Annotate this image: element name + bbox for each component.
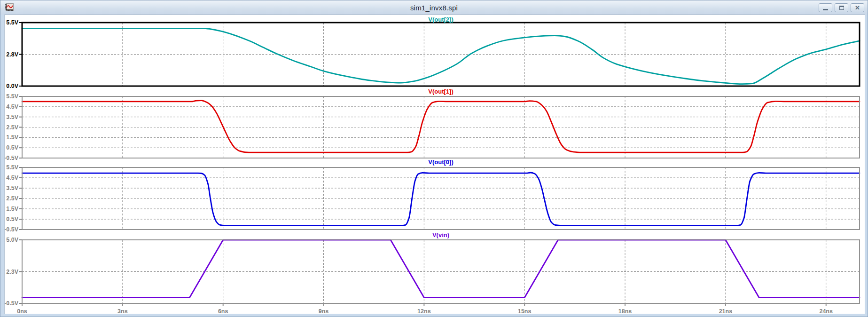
y-tick-label: 4.5V bbox=[6, 174, 18, 181]
y-tick-label: 2.5V bbox=[6, 195, 18, 202]
y-tick-label: 1.5V bbox=[6, 134, 18, 141]
pane-2[interactable]: 5.5V4.5V3.5V2.5V1.5V0.5V-0.5V bbox=[5, 164, 860, 233]
x-tick-label: 6ns bbox=[218, 308, 228, 314]
x-tick-label: 9ns bbox=[319, 308, 329, 314]
y-tick-label: 4.5V bbox=[6, 103, 18, 110]
pane-1[interactable]: 5.5V4.5V3.5V2.5V1.5V0.5V-0.5V bbox=[5, 93, 860, 161]
pane-title[interactable]: V(vin) bbox=[432, 231, 449, 238]
window-controls: ✕ bbox=[819, 3, 864, 12]
y-tick-label: 5.5V bbox=[6, 164, 18, 171]
pane-3[interactable]: 5.0V2.3V-0.5V bbox=[5, 237, 860, 307]
y-tick-label: 3.5V bbox=[6, 185, 18, 191]
y-tick-label: 0.0V bbox=[6, 83, 18, 89]
minimize-button[interactable] bbox=[819, 3, 832, 12]
close-icon: ✕ bbox=[855, 5, 860, 11]
x-tick-label: 0ns bbox=[17, 308, 27, 314]
pane-title[interactable]: V(out[2]) bbox=[428, 16, 453, 23]
window-title: sim1_invx8.spi bbox=[0, 0, 868, 15]
x-tick-label: 15ns bbox=[518, 308, 532, 314]
y-tick-label: 3.5V bbox=[6, 114, 18, 120]
close-button[interactable]: ✕ bbox=[851, 3, 864, 12]
restore-icon bbox=[839, 6, 844, 10]
y-tick-label: -0.5V bbox=[5, 300, 19, 307]
y-tick-label: -0.5V bbox=[5, 155, 19, 161]
y-tick-label: 2.3V bbox=[6, 269, 18, 275]
pane-title[interactable]: V(out[1]) bbox=[428, 88, 453, 95]
x-tick-label: 21ns bbox=[719, 308, 733, 314]
plot-client-area[interactable]: 5.5V2.8V0.0VV(out[2])5.5V4.5V3.5V2.5V1.5… bbox=[4, 15, 865, 314]
y-tick-label: 0.5V bbox=[6, 216, 18, 222]
waveform-viewer-window: sim1_invx8.spi ✕ 5.5V2.8V0.0VV(out[2])5.… bbox=[0, 0, 868, 317]
y-tick-label: 5.5V bbox=[6, 19, 18, 26]
x-tick-label: 3ns bbox=[117, 308, 128, 314]
y-tick-label: 2.5V bbox=[6, 124, 18, 131]
y-tick-label: 5.0V bbox=[6, 237, 18, 243]
minimize-icon bbox=[823, 9, 828, 10]
x-tick-label: 18ns bbox=[618, 308, 632, 314]
pane-title[interactable]: V(out[0]) bbox=[428, 158, 453, 166]
y-tick-label: 1.5V bbox=[6, 206, 18, 212]
x-tick-label: 12ns bbox=[417, 308, 431, 314]
y-tick-label: -0.5V bbox=[5, 226, 19, 233]
y-tick-label: 5.5V bbox=[6, 93, 18, 100]
waveform-plot[interactable]: 5.5V2.8V0.0VV(out[2])5.5V4.5V3.5V2.5V1.5… bbox=[5, 15, 865, 314]
title-bar[interactable]: sim1_invx8.spi ✕ bbox=[0, 0, 868, 15]
restore-button[interactable] bbox=[835, 3, 848, 12]
x-tick-label: 24ns bbox=[819, 308, 833, 314]
pane-0[interactable]: 5.5V2.8V0.0V bbox=[6, 19, 860, 89]
y-tick-label: 0.5V bbox=[6, 144, 18, 151]
y-tick-label: 2.8V bbox=[6, 51, 18, 58]
